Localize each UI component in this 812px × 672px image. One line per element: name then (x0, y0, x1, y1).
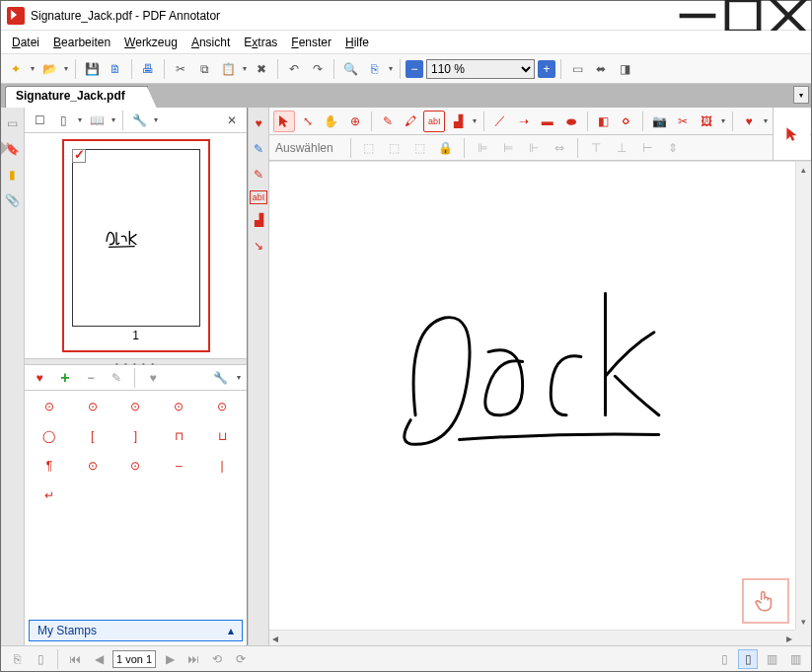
favorite-dropdown[interactable]: ▾ (762, 116, 770, 125)
distribute-h-button[interactable]: ⇔ (549, 137, 570, 159)
zoom-tool-button[interactable]: ⊕ (344, 111, 366, 132)
remove-stamp-button[interactable]: − (80, 367, 102, 389)
open-dropdown[interactable]: ▾ (62, 64, 70, 73)
sp-page-dropdown[interactable]: ▾ (76, 115, 84, 124)
sb-back-button[interactable]: ⟲ (207, 649, 227, 669)
stamp-item[interactable]: ⊓ (160, 426, 197, 446)
textbox-tool-button[interactable]: abI (423, 111, 445, 132)
align-v3-button[interactable]: ⊢ (636, 137, 658, 159)
zoom-select[interactable]: 110 % (426, 59, 535, 79)
stamps-settings-button[interactable]: 🔧 (209, 367, 231, 389)
new-button[interactable]: ✦ (5, 58, 27, 80)
stamp-item[interactable]: | (203, 456, 241, 476)
view-two-button[interactable]: ▥ (762, 649, 781, 669)
align-v1-button[interactable]: ⊤ (585, 137, 607, 159)
edit-stamp-button[interactable]: ✎ (106, 367, 127, 389)
ellipse-tool-button[interactable]: ⬬ (560, 111, 582, 132)
eraser-tool-button[interactable]: ◧ (593, 111, 615, 132)
view-continuous-button[interactable]: ▯ (738, 649, 758, 669)
maximize-button[interactable] (720, 1, 766, 31)
arrow-tool-button[interactable]: ➝ (513, 111, 535, 132)
tabstrip-dropdown[interactable]: ▾ (793, 86, 809, 104)
cut-button[interactable]: ✂ (170, 58, 191, 80)
scroll-right-button[interactable]: ▸ (786, 632, 792, 645)
stamp-item[interactable]: ⊙ (117, 456, 155, 476)
sp-book-button[interactable]: 📖 (86, 110, 108, 131)
stamp-item[interactable]: ⊙ (203, 397, 241, 416)
stamp-item[interactable]: ¶ (31, 456, 68, 476)
new-dropdown[interactable]: ▾ (29, 64, 37, 73)
sb-new-button[interactable]: ⎘ (7, 649, 27, 669)
sp-close-button[interactable]: ✕ (221, 110, 243, 131)
stamp-tool-button[interactable]: ▟ (447, 111, 469, 132)
align-right-button[interactable]: ⬚ (409, 137, 431, 159)
close-button[interactable] (766, 1, 811, 31)
sp-select-all-button[interactable]: ☐ (29, 110, 50, 131)
tool-text-icon[interactable]: abI (250, 190, 267, 204)
menu-window[interactable]: Fenster (284, 33, 338, 52)
align-v2-button[interactable]: ⊥ (611, 137, 632, 159)
select-tool-button[interactable] (273, 111, 295, 132)
sp-settings-button[interactable]: 🔧 (128, 110, 150, 131)
view-two-cont-button[interactable]: ▥ (785, 649, 805, 669)
align-h3-button[interactable]: ⊩ (523, 137, 545, 159)
menu-view[interactable]: Ansicht (185, 33, 237, 52)
scroll-down-button[interactable]: ▾ (796, 614, 811, 630)
stamp-item[interactable]: ◯ (31, 426, 68, 446)
image-dropdown[interactable]: ▾ (719, 116, 727, 125)
two-page-button[interactable]: ◨ (614, 58, 635, 80)
find-button[interactable]: 🔍 (339, 58, 361, 80)
zoom-out-button[interactable]: − (406, 60, 423, 78)
scroll-up-button[interactable]: ▴ (796, 162, 811, 178)
sp-book-dropdown[interactable]: ▾ (110, 115, 117, 124)
open-button[interactable]: 📂 (38, 58, 60, 80)
sb-first-button[interactable]: ⏮ (65, 649, 85, 669)
align-h2-button[interactable]: ⊨ (497, 137, 519, 159)
highlighter-tool-button[interactable]: 🖍 (400, 111, 421, 132)
lock-button[interactable]: 🔒 (435, 137, 457, 159)
print-button[interactable]: 🖶 (137, 58, 159, 80)
lasso-erase-button[interactable]: ⭘ (617, 111, 638, 132)
stamp-item[interactable]: ↵ (31, 485, 68, 505)
tool-pen-blue-icon[interactable]: ✎ (249, 139, 268, 159)
fit-page-button[interactable]: ▭ (566, 58, 588, 80)
thumbnail-checkbox[interactable] (72, 149, 86, 163)
thumbnail-selected[interactable]: 1 (62, 139, 210, 352)
stamp-item[interactable]: ⊙ (117, 397, 155, 416)
align-left-button[interactable]: ⬚ (358, 137, 380, 159)
menu-tool[interactable]: Werkzeug (117, 33, 185, 52)
rail-folder-icon[interactable]: ▮ (3, 165, 23, 185)
image-button[interactable]: 🖼 (696, 111, 717, 132)
stamp-item[interactable]: ⊙ (74, 456, 111, 476)
stamp-item[interactable]: [ (74, 426, 111, 446)
lasso-tool-button[interactable]: ⤡ (297, 111, 319, 132)
stamp-item[interactable]: ] (117, 426, 155, 446)
menu-extras[interactable]: Extras (237, 33, 284, 52)
sb-next-button[interactable]: ▶ (160, 649, 180, 669)
save-button[interactable]: 💾 (81, 58, 103, 80)
sp-settings-dropdown[interactable]: ▾ (152, 115, 160, 124)
align-h1-button[interactable]: ⊫ (472, 137, 493, 159)
rail-page-icon[interactable]: ▭ (3, 113, 23, 133)
paste-button[interactable]: 📋 (217, 58, 239, 80)
favorite-button[interactable]: ♥ (738, 111, 760, 132)
save-as-button[interactable]: 🗎 (105, 58, 126, 80)
touch-mode-button[interactable] (742, 578, 789, 624)
tool-pen-red-icon[interactable]: ✎ (249, 165, 268, 185)
copy-button[interactable]: ⧉ (193, 58, 215, 80)
stamp-item[interactable]: – (160, 456, 197, 476)
tool-arrow-icon[interactable]: ↘ (249, 236, 268, 256)
line-tool-button[interactable]: ／ (489, 111, 511, 132)
sb-fwd-button[interactable]: ⟳ (231, 649, 251, 669)
undo-button[interactable]: ↶ (283, 58, 305, 80)
paste-dropdown[interactable]: ▾ (241, 64, 249, 73)
camera-button[interactable]: 📷 (648, 111, 670, 132)
stamp-tool-dropdown[interactable]: ▾ (471, 116, 479, 125)
stamp-item[interactable]: ⊙ (74, 397, 111, 416)
sp-page-button[interactable]: ▯ (52, 110, 74, 131)
goto-button[interactable]: ⎘ (363, 58, 385, 80)
thumbnail-page[interactable] (72, 149, 200, 327)
page-number-input[interactable] (112, 650, 156, 668)
align-center-button[interactable]: ⬚ (384, 137, 406, 159)
fav-heart2-icon[interactable]: ♥ (142, 367, 164, 389)
